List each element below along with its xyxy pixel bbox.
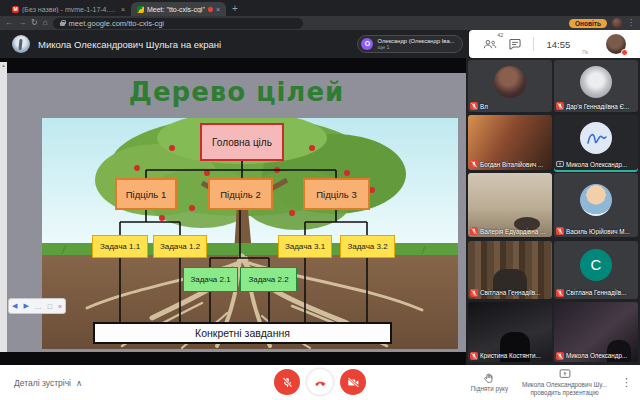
account-avatar[interactable]: [606, 34, 626, 54]
participant-tile[interactable]: Вл: [468, 60, 552, 112]
meeting-details-button[interactable]: Деталі зустрічі ∧: [14, 365, 82, 400]
browser-menu-icon[interactable]: ⋮: [627, 16, 635, 30]
participant-name: Кристина Костянти...: [480, 352, 541, 359]
scrollbar[interactable]: ▴: [0, 62, 7, 352]
notification-badge: [621, 49, 628, 56]
browser-profile-avatar[interactable]: [612, 18, 622, 28]
presenting-status[interactable]: Микола Олександрович Шу... проводить пре…: [522, 368, 607, 397]
address-bar[interactable]: meet.google.com/tto-cxls-cgi: [53, 18, 303, 29]
tab-untitled[interactable]: M (Без назви) - mvme-1-17-4.0c... ×: [6, 2, 131, 16]
participant-name: Світлана Геннадіїв...: [566, 289, 626, 296]
url-text: meet.google.com/tto-cxls-cgi: [69, 19, 164, 28]
participant-name: Микола Олександр...: [566, 352, 627, 359]
mic-muted-icon: [470, 227, 478, 235]
participant-tile[interactable]: Валерія Едуардівна ...: [468, 173, 552, 237]
diagram-box: Задача 3.2: [340, 235, 395, 258]
diagram-box: Підціль 2: [208, 178, 273, 210]
slideshow-toolbar[interactable]: ◀ ▶ … □ «: [8, 298, 66, 314]
browser-navbar: ← → ↻ ⌂ meet.google.com/tto-cxls-cgi Оно…: [0, 16, 640, 30]
lock-icon: [60, 20, 65, 26]
gmail-icon: M: [12, 6, 19, 13]
mic-muted-icon: [556, 352, 564, 360]
forward-icon[interactable]: →: [18, 16, 26, 30]
participant-tile[interactable]: Микола Олександр...: [554, 302, 638, 362]
participant-tile[interactable]: Кристина Костянти...: [468, 302, 552, 362]
mic-off-icon: [281, 376, 294, 389]
participant-tile[interactable]: ССвітлана Геннадіїв...: [554, 241, 638, 299]
participant-name: Богдан Віталійович ...: [480, 161, 543, 168]
collapse-icon[interactable]: «: [58, 303, 62, 310]
participant-name: Світлана Геннадіїв...: [480, 289, 540, 296]
raise-hand-label: Підняти руку: [471, 385, 508, 393]
details-label: Деталі зустрічі: [14, 378, 71, 388]
diagram-box: Задача 1.1: [92, 235, 148, 258]
tab-meet[interactable]: Meet: "tto-cxls-cgi" ×: [131, 2, 226, 16]
diagram-box: Конкретні завдання: [93, 322, 392, 344]
camera-off-button[interactable]: [340, 369, 366, 395]
raise-hand-button[interactable]: Підняти руку: [471, 372, 508, 393]
more-icon[interactable]: …: [35, 303, 42, 310]
hang-up-icon: [313, 375, 328, 390]
participant-tile[interactable]: Світлана Геннадіїв...: [468, 241, 552, 299]
participant-tile[interactable]: Богдан Віталійович ...: [468, 115, 552, 170]
participant-name: Валерія Едуардівна ...: [480, 228, 545, 235]
meeting-time: 14:55: [546, 39, 570, 50]
participants-count: 42: [497, 32, 503, 38]
participants-button[interactable]: 42: [483, 35, 497, 53]
screen-share-stage: ▴ Дерево цілей: [0, 58, 466, 365]
participant-tile[interactable]: Дар'я Геннадіївна Є...: [554, 60, 638, 112]
tab-title: (Без назви) - mvme-1-17-4.0c...: [22, 6, 118, 13]
monitor-icon[interactable]: □: [48, 303, 52, 310]
update-chrome-button[interactable]: Оновіть: [569, 19, 607, 28]
participant-name: Дар'я Геннадіївна Є...: [566, 103, 629, 110]
recording-dot-icon: [208, 7, 213, 12]
new-tab-button[interactable]: +: [232, 2, 238, 16]
slide-title: Дерево цілей: [7, 77, 466, 107]
mute-mic-button[interactable]: [274, 369, 300, 395]
goal-tree-figure: Головна цільПідціль 1Підціль 2Підціль 3З…: [42, 118, 458, 349]
avatar: [580, 184, 612, 216]
participant-tile[interactable]: Микола Олександр...: [554, 115, 638, 170]
home-icon[interactable]: ⌂: [43, 16, 48, 30]
avatar: С: [580, 249, 612, 281]
diagram-box: Підціль 1: [115, 178, 177, 210]
leave-call-button[interactable]: [307, 369, 333, 395]
pinned-participant-pill[interactable]: О Олександр (Олександр Іва... ще 1: [357, 35, 463, 53]
presenting-icon: [556, 160, 564, 168]
diagram-box: Задача 2.1: [183, 267, 238, 292]
more-options-icon[interactable]: ⋮: [621, 376, 632, 389]
close-icon[interactable]: ×: [121, 6, 125, 13]
next-slide-icon[interactable]: ▶: [23, 302, 28, 310]
close-icon[interactable]: ×: [216, 6, 220, 13]
people-icon: [483, 39, 497, 49]
diagram-box: Задача 2.2: [240, 267, 297, 292]
avatar: [494, 66, 526, 98]
participant-tile[interactable]: Василь Юрійович М...: [554, 173, 638, 237]
presenting-banner: Микола Олександрович Шульга на екрані: [38, 39, 221, 50]
participant-name: Вл: [480, 103, 488, 110]
pinned-more: ще 1: [377, 44, 454, 50]
chat-icon[interactable]: [509, 39, 521, 50]
prev-slide-icon[interactable]: ◀: [12, 302, 17, 310]
mic-muted-icon: [556, 227, 564, 235]
participant-name: Микола Олександр...: [566, 161, 627, 168]
mini-label: Пк: [582, 49, 588, 55]
camera-off-icon: [347, 376, 360, 389]
diagram-box: Задача 3.1: [278, 235, 332, 258]
presentation-slide: Дерево цілей: [7, 73, 466, 352]
reload-icon[interactable]: ↻: [31, 16, 38, 30]
tab-title: Meet: "tto-cxls-cgi": [147, 6, 205, 13]
mic-muted-icon: [556, 289, 564, 297]
diagram-box: Задача 1.2: [153, 235, 207, 258]
mic-muted-icon: [556, 102, 564, 110]
presenting-status-label: Микола Олександрович Шу... проводить пре…: [522, 381, 607, 397]
mic-muted-icon: [470, 102, 478, 110]
meet-bottom-bar: Деталі зустрічі ∧ Підняти руку Микола Ол…: [0, 365, 640, 400]
mic-muted-icon: [470, 289, 478, 297]
mic-muted-icon: [470, 352, 478, 360]
participant-name: Василь Юрійович М...: [566, 228, 630, 235]
back-icon[interactable]: ←: [5, 16, 13, 30]
meet-header: Микола Олександрович Шульга на екрані О …: [0, 30, 640, 58]
participants-sidebar: ВлДар'я Геннадіївна Є...Богдан Віталійов…: [466, 58, 640, 365]
hand-icon: [483, 372, 495, 384]
